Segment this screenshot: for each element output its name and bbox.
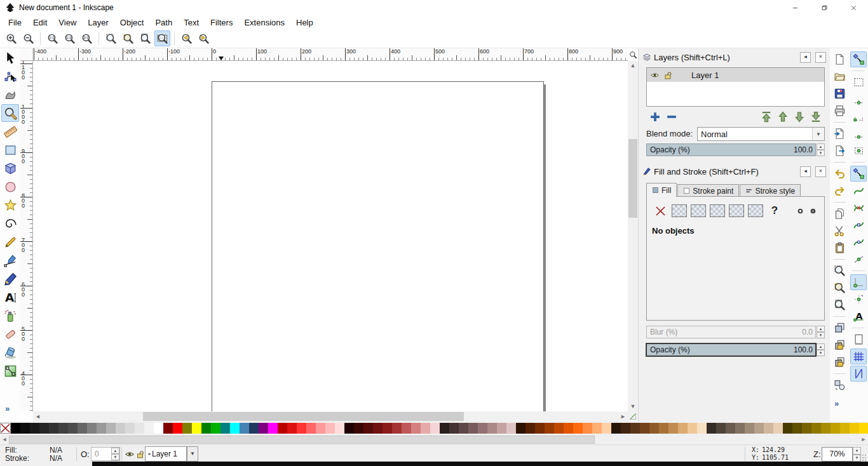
- color-swatch[interactable]: [449, 423, 459, 434]
- current-layer-selector[interactable]: - Layer 1: [145, 446, 187, 462]
- color-swatch[interactable]: [335, 423, 344, 434]
- paint-linear-gradient-button[interactable]: [690, 204, 707, 218]
- calligraphy-tool-button[interactable]: [1, 270, 19, 288]
- color-swatch[interactable]: [506, 423, 516, 434]
- zoom-tool-button[interactable]: [1, 104, 19, 122]
- blur-slider[interactable]: Blur (%) 0.0: [646, 326, 816, 338]
- color-swatch[interactable]: [564, 423, 573, 434]
- layer-visibility-icon[interactable]: [651, 71, 659, 79]
- color-swatch[interactable]: [526, 423, 535, 434]
- undo-button[interactable]: [831, 166, 848, 182]
- paste-button[interactable]: [831, 240, 848, 256]
- unlink-clone-button[interactable]: [831, 354, 848, 370]
- tab-fill[interactable]: Fill: [646, 183, 677, 197]
- color-swatch[interactable]: [640, 423, 649, 434]
- print-document-button[interactable]: [831, 103, 848, 119]
- color-swatch[interactable]: [573, 423, 583, 434]
- selector-tool-button[interactable]: [1, 49, 19, 67]
- color-swatch[interactable]: [297, 423, 306, 434]
- color-swatch[interactable]: [611, 423, 621, 434]
- zoom-next-button[interactable]: [196, 30, 212, 46]
- text-tool-button[interactable]: A: [1, 288, 19, 306]
- color-swatch[interactable]: [373, 423, 383, 434]
- color-swatch[interactable]: [20, 423, 30, 434]
- color-swatch[interactable]: [621, 423, 630, 434]
- fill-rule-evenodd-button[interactable]: [795, 204, 805, 218]
- color-swatch[interactable]: [497, 423, 506, 434]
- scroll-left-arrow[interactable]: ◄: [33, 411, 43, 422]
- color-swatch[interactable]: [30, 423, 39, 434]
- zoom-drawing-button[interactable]: [120, 30, 136, 46]
- vertical-scroll-thumb[interactable]: [628, 139, 637, 218]
- paint-radial-gradient-button[interactable]: [709, 204, 726, 218]
- copy-button[interactable]: [831, 206, 848, 222]
- star-tool-button[interactable]: [1, 196, 19, 214]
- color-swatch[interactable]: [306, 423, 316, 434]
- canvas-corner-button[interactable]: [628, 411, 638, 422]
- current-layer-visibility-toggle[interactable]: [125, 450, 134, 458]
- fill-rule-nonzero-button[interactable]: [808, 204, 818, 218]
- color-swatch[interactable]: [87, 423, 97, 434]
- color-swatch[interactable]: [783, 423, 792, 434]
- menu-view[interactable]: View: [53, 17, 82, 29]
- snap-nodes-button[interactable]: [850, 166, 867, 182]
- redo-button[interactable]: [831, 183, 848, 199]
- color-swatch[interactable]: [459, 423, 468, 434]
- zoom-previous-button[interactable]: [179, 30, 194, 46]
- color-swatch[interactable]: [383, 423, 392, 434]
- eraser-tool-button[interactable]: [1, 325, 19, 343]
- color-swatch[interactable]: [478, 423, 487, 434]
- fill-stroke-collapse-button[interactable]: ◂: [800, 166, 811, 177]
- save-document-button[interactable]: [831, 86, 848, 102]
- fill-stroke-close-button[interactable]: ×: [815, 166, 826, 177]
- color-swatch[interactable]: [545, 423, 554, 434]
- snap-text-baseline-button[interactable]: A: [850, 309, 867, 324]
- color-swatch[interactable]: [831, 423, 840, 434]
- paint-swatch-button[interactable]: [747, 204, 764, 218]
- color-swatch[interactable]: [78, 423, 87, 434]
- color-swatch[interactable]: [754, 423, 764, 434]
- box3d-tool-button[interactable]: [1, 159, 19, 177]
- object-opacity-spinner[interactable]: ▲▼: [817, 343, 825, 356]
- paint-flat-button[interactable]: [671, 204, 688, 218]
- node-tool-button[interactable]: [1, 67, 19, 85]
- horizontal-scroll-thumb[interactable]: [143, 412, 464, 421]
- layer-selector-dropdown-button[interactable]: ▼: [187, 446, 198, 462]
- opacity-spinbox[interactable]: 0 ▲▼: [91, 447, 120, 461]
- close-button[interactable]: [839, 0, 868, 15]
- horizontal-ruler[interactable]: -400-300-200-100010020030040050060070080…: [33, 48, 628, 61]
- spiral-tool-button[interactable]: [1, 215, 19, 232]
- scroll-down-arrow[interactable]: ▼: [628, 402, 638, 411]
- bezier-tool-button[interactable]: [1, 251, 19, 269]
- layers-panel-close-button[interactable]: ×: [815, 52, 826, 63]
- color-swatch[interactable]: [421, 423, 430, 434]
- snap-page-border-button[interactable]: [850, 331, 867, 347]
- zoom-drawing-button[interactable]: [831, 280, 848, 296]
- toolbox-expander[interactable]: »: [5, 404, 10, 413]
- snap-bbox-edge-midpoints-button[interactable]: [850, 126, 867, 142]
- current-layer-lock-toggle[interactable]: [136, 450, 145, 458]
- tab-stroke-style[interactable]: Stroke style: [740, 184, 801, 197]
- tweak-tool-button[interactable]: [1, 86, 19, 103]
- snap-global-button[interactable]: [850, 51, 867, 67]
- open-document-button[interactable]: [831, 69, 848, 84]
- snap-bounding-box-button[interactable]: [850, 74, 867, 90]
- color-swatch[interactable]: [259, 423, 268, 434]
- color-swatch[interactable]: [125, 423, 135, 434]
- color-swatch[interactable]: [154, 423, 163, 434]
- snap-other-points-button[interactable]: [850, 274, 867, 290]
- color-swatch[interactable]: [392, 423, 402, 434]
- layers-panel-collapse-button[interactable]: ◂: [800, 52, 811, 63]
- color-swatch[interactable]: [792, 423, 802, 434]
- zoom-in-button[interactable]: [3, 30, 19, 46]
- layer-lower-to-bottom-button[interactable]: [810, 110, 822, 123]
- menu-layer[interactable]: Layer: [82, 17, 114, 29]
- snap-bbox-edges-button[interactable]: [850, 91, 867, 107]
- no-color-swatch[interactable]: [0, 423, 11, 434]
- spray-tool-button[interactable]: [1, 307, 19, 324]
- zoom-page-width-button[interactable]: [154, 30, 170, 46]
- palette-scroll-left-arrow[interactable]: ◄: [0, 435, 9, 444]
- snap-bbox-centers-button[interactable]: [850, 143, 867, 159]
- color-swatch[interactable]: [535, 423, 545, 434]
- paint-pattern-button[interactable]: [728, 204, 745, 218]
